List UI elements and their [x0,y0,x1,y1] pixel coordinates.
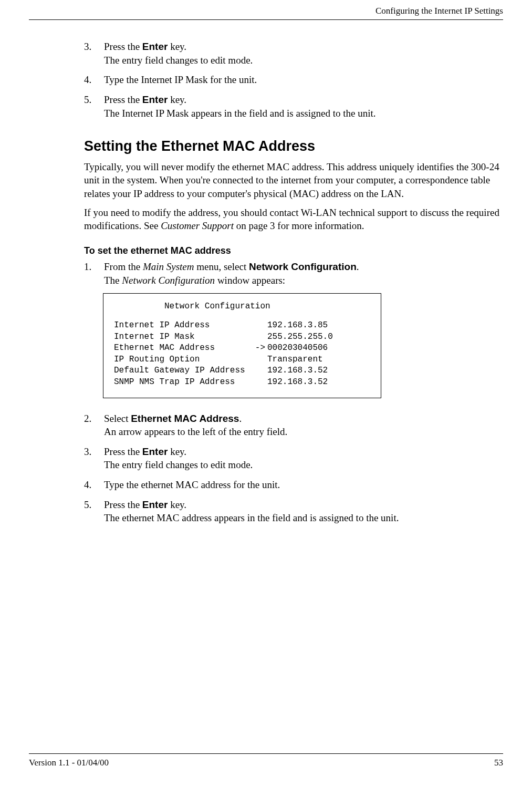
config-label: Ethernet MAC Address [114,343,249,354]
step-result: The Internet IP Mask appears in the fiel… [104,108,375,119]
step-text: . [239,413,242,424]
step-text: Type the Internet IP Mask for the unit. [104,74,257,85]
step-number: 2. [84,412,91,426]
body-paragraph: Typically, you will never modify the eth… [84,160,503,201]
step-number: 4. [84,478,91,492]
config-label: Internet IP Mask [114,332,249,343]
step-item: 2. Select Ethernet MAC Address. An arrow… [84,412,503,439]
config-value: 192.168.3.52 [267,365,328,377]
step-item: 5. Press the Enter key. The ethernet MAC… [84,498,503,525]
config-arrow [249,320,267,332]
steps-list-proc: 1. From the Main System menu, select Net… [84,260,503,287]
step-text: Press the [104,94,142,105]
terminal-screenshot: Network ConfigurationInternet IP Address… [103,293,381,398]
step-text: key. [168,499,186,510]
para-text: on page 3 for more information. [234,220,364,231]
config-arrow [249,332,267,343]
step-text: Select [104,413,131,424]
step-text: . [357,261,359,272]
step-result: The ethernet MAC address appears in the … [104,512,399,523]
step-text: Press the [104,446,142,457]
step-item: 4. Type the ethernet MAC address for the… [84,478,503,492]
config-arrow [249,377,267,388]
step-text: Type the ethernet MAC address for the un… [104,479,280,490]
config-value: 192.168.3.85 [267,320,328,332]
step-number: 1. [84,260,91,274]
config-label: Internet IP Address [114,320,249,332]
step-result: window appears: [215,275,285,286]
steps-list-proc-cont: 2. Select Ethernet MAC Address. An arrow… [84,412,503,525]
step-item: 1. From the Main System menu, select Net… [84,260,503,287]
step-text: From the [104,261,143,272]
window-name: Network Configuration [122,275,215,286]
key-name: Enter [142,499,168,510]
procedure-heading: To set the ethernet MAC address [84,244,503,257]
config-row: SNMP NMS Trap IP Address192.168.3.52 [114,377,374,388]
config-row: Internet IP Address192.168.3.85 [114,320,374,332]
page-content: 3. Press the Enter key. The entry field … [84,40,503,525]
key-name: Enter [142,41,168,52]
field-name: Ethernet MAC Address [131,413,239,424]
step-item: 5. Press the Enter key. The Internet IP … [84,93,503,120]
step-item: 4. Type the Internet IP Mask for the uni… [84,73,503,87]
key-name: Enter [142,94,168,105]
step-text: key. [168,41,186,52]
config-value: 192.168.3.52 [267,377,328,388]
footer-version: Version 1.1 - 01/04/00 [29,757,109,769]
config-value: 000203040506 [267,343,328,354]
config-row: Internet IP Mask255.255.255.0 [114,332,374,343]
step-text: key. [168,446,186,457]
step-result: The entry field changes to edit mode. [104,459,253,470]
page-header: Configuring the Internet IP Settings [29,5,503,20]
step-number: 5. [84,93,91,107]
step-text: key. [168,94,186,105]
step-result: The entry field changes to edit mode. [104,55,253,66]
config-row: IP Routing OptionTransparent [114,354,374,366]
config-title: Network Configuration [114,301,374,313]
step-number: 3. [84,445,91,459]
config-label: IP Routing Option [114,354,249,366]
config-label: SNMP NMS Trap IP Address [114,377,249,388]
cross-reference: Customer Support [161,220,234,231]
step-text: menu, select [194,261,249,272]
step-item: 3. Press the Enter key. The entry field … [84,445,503,472]
section-heading: Setting the Ethernet MAC Address [84,137,503,156]
config-arrow [249,354,267,366]
step-result: An arrow appears to the left of the entr… [104,426,287,437]
config-value: 255.255.255.0 [267,332,333,343]
menu-item: Network Configuration [249,261,357,272]
config-row: Ethernet MAC Address->000203040506 [114,343,374,354]
steps-list-top: 3. Press the Enter key. The entry field … [84,40,503,120]
step-number: 4. [84,73,91,87]
step-result: The [104,275,122,286]
footer-page-number: 53 [494,757,503,769]
key-name: Enter [142,446,168,457]
config-value: Transparent [267,354,323,366]
config-label: Default Gateway IP Address [114,365,249,377]
config-arrow [249,365,267,377]
step-number: 3. [84,40,91,54]
config-row: Default Gateway IP Address192.168.3.52 [114,365,374,377]
page-footer: Version 1.1 - 01/04/00 53 [29,753,503,769]
step-number: 5. [84,498,91,512]
config-arrow: -> [249,343,267,354]
step-item: 3. Press the Enter key. The entry field … [84,40,503,67]
step-text: Press the [104,41,142,52]
body-paragraph: If you need to modify the address, you s… [84,206,503,233]
step-text: Press the [104,499,142,510]
menu-name: Main System [143,261,194,272]
